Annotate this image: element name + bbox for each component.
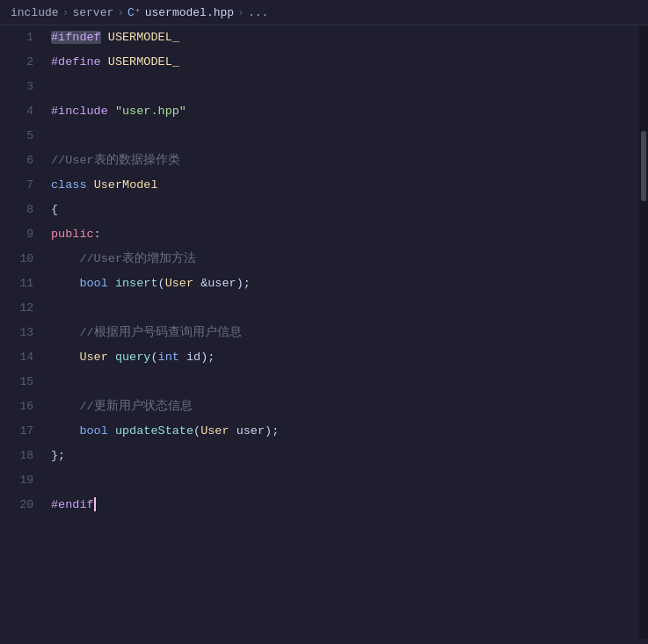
token: //更新用户状态信息 — [51, 400, 193, 413]
code-line-11: bool insert(User &user); — [51, 271, 639, 296]
token: User — [200, 424, 229, 438]
token: UserModel — [94, 178, 158, 192]
token: //User表的数据操作类 — [51, 154, 180, 167]
token: #endif — [51, 498, 94, 511]
token — [51, 424, 79, 438]
token: #define — [51, 55, 101, 69]
token: query — [115, 351, 151, 364]
code-line-3 — [51, 75, 639, 99]
line-num-12: 12 — [0, 296, 44, 321]
line-num-6: 6 — [0, 148, 44, 173]
line-num-8: 8 — [0, 198, 44, 222]
text-cursor — [94, 497, 96, 511]
token: id); — [179, 351, 215, 364]
line-num-16: 16 — [0, 394, 44, 419]
line-num-4: 4 — [0, 99, 44, 124]
token: public — [51, 228, 94, 241]
token: "user.hpp" — [115, 105, 186, 118]
token: ( — [193, 424, 200, 438]
line-num-5: 5 — [0, 124, 44, 148]
code-line-1: #ifndef USERMODEL_ — [51, 25, 639, 50]
code-editor[interactable]: #ifndef USERMODEL_ #define USERMODEL_ #i… — [44, 25, 639, 639]
line-num-20: 20 — [0, 493, 44, 517]
line-num-7: 7 — [0, 173, 44, 198]
token: User — [165, 277, 193, 290]
code-line-19 — [51, 468, 639, 493]
line-num-19: 19 — [0, 468, 44, 493]
token: class — [51, 178, 87, 192]
breadcrumb-filename[interactable]: usermodel.hpp — [145, 6, 234, 19]
line-num-17: 17 — [0, 419, 44, 444]
code-line-16: //更新用户状态信息 — [51, 394, 639, 419]
breadcrumb-sep-3: › — [237, 6, 244, 19]
code-line-17: bool updateState(User user); — [51, 419, 639, 444]
line-num-3: 3 — [0, 75, 44, 99]
token: updateState — [115, 424, 193, 438]
breadcrumb-server[interactable]: server — [72, 6, 113, 19]
token — [108, 424, 115, 438]
token: //根据用户号码查询用户信息 — [51, 326, 242, 339]
breadcrumb-lang-icon: C⁺ — [127, 5, 142, 19]
code-line-12 — [51, 296, 639, 321]
line-numbers: 1 2 3 4 5 6 7 8 9 10 11 12 13 14 15 16 1… — [0, 25, 44, 639]
scrollbar-thumb[interactable] — [641, 131, 646, 201]
token — [87, 178, 94, 192]
token — [108, 105, 115, 118]
scrollbar-track[interactable] — [639, 25, 648, 639]
line-num-1: 1 — [0, 25, 44, 50]
code-line-5 — [51, 124, 639, 148]
code-line-13: //根据用户号码查询用户信息 — [51, 321, 639, 345]
token: { — [51, 203, 58, 216]
token: bool — [79, 424, 107, 438]
token — [108, 277, 115, 290]
code-line-9: public: — [51, 222, 639, 247]
line-num-2: 2 — [0, 50, 44, 75]
token: bool — [79, 277, 107, 290]
token: #include — [51, 105, 108, 118]
token: USERMODEL_ — [101, 55, 179, 69]
token — [51, 351, 79, 364]
token: ( — [150, 351, 157, 364]
line-num-18: 18 — [0, 444, 44, 468]
code-line-20: #endif — [51, 493, 639, 517]
token: User — [79, 351, 107, 364]
token: user); — [229, 424, 280, 438]
code-line-18: }; — [51, 444, 639, 468]
token: &user); — [193, 277, 251, 290]
code-line-2: #define USERMODEL_ — [51, 50, 639, 75]
line-num-15: 15 — [0, 370, 44, 394]
code-line-10: //User表的增加方法 — [51, 247, 639, 271]
line-num-10: 10 — [0, 247, 44, 271]
breadcrumb-include[interactable]: include — [11, 6, 59, 19]
code-line-15 — [51, 370, 639, 394]
breadcrumb: include › server › C⁺ usermodel.hpp › ..… — [0, 0, 648, 25]
token — [51, 277, 79, 290]
editor-area: 1 2 3 4 5 6 7 8 9 10 11 12 13 14 15 16 1… — [0, 25, 648, 639]
token: int — [158, 351, 179, 364]
token: #ifndef — [51, 31, 101, 44]
token: : — [94, 228, 101, 241]
token: USERMODEL_ — [101, 31, 179, 44]
breadcrumb-more[interactable]: ... — [248, 6, 268, 19]
token: }; — [51, 449, 65, 462]
code-line-14: User query(int id); — [51, 345, 639, 370]
breadcrumb-sep-2: › — [117, 6, 124, 19]
token: insert — [115, 277, 158, 290]
code-line-8: { — [51, 198, 639, 222]
line-num-9: 9 — [0, 222, 44, 247]
line-num-13: 13 — [0, 321, 44, 345]
line-num-14: 14 — [0, 345, 44, 370]
breadcrumb-sep-1: › — [62, 6, 69, 19]
token: ( — [158, 277, 165, 290]
code-line-4: #include "user.hpp" — [51, 99, 639, 124]
token: //User表的增加方法 — [51, 252, 196, 265]
token — [108, 351, 115, 364]
code-line-7: class UserModel — [51, 173, 639, 198]
code-line-6: //User表的数据操作类 — [51, 148, 639, 173]
line-num-11: 11 — [0, 271, 44, 296]
